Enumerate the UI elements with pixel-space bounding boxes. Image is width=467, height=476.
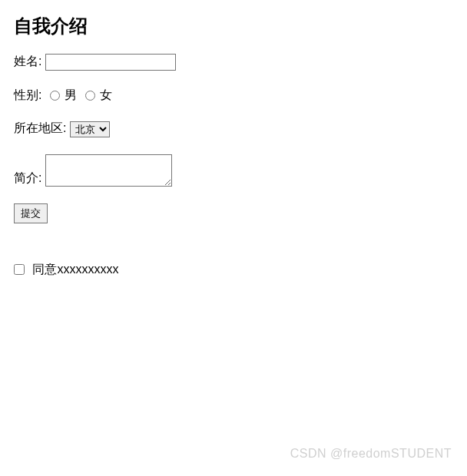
gender-female-radio[interactable] [85, 91, 95, 101]
name-input[interactable] [45, 54, 176, 71]
bio-label: 简介: [14, 171, 41, 184]
gender-female-label: 女 [100, 88, 112, 101]
gender-male-radio[interactable] [50, 91, 60, 101]
name-field-row: 姓名: [14, 54, 453, 71]
bio-field-row: 简介: [14, 154, 453, 187]
bio-textarea[interactable] [45, 154, 172, 187]
region-select[interactable]: 北京 [70, 121, 110, 137]
submit-row: 提交 [14, 203, 453, 223]
agree-label: 同意xxxxxxxxxx [32, 263, 118, 276]
gender-male-label: 男 [65, 88, 77, 101]
region-label: 所在地区: [14, 121, 66, 134]
page-title: 自我介绍 [14, 14, 453, 38]
agree-checkbox[interactable] [14, 264, 25, 275]
watermark-text: CSDN @freedomSTUDENT [290, 447, 452, 461]
agree-row: 同意xxxxxxxxxx [14, 262, 453, 278]
name-label: 姓名: [14, 55, 41, 68]
region-field-row: 所在地区: 北京 [14, 121, 453, 137]
gender-label: 性别: [14, 88, 41, 101]
gender-field-row: 性别: 男 女 [14, 88, 453, 104]
submit-button[interactable]: 提交 [14, 203, 48, 223]
